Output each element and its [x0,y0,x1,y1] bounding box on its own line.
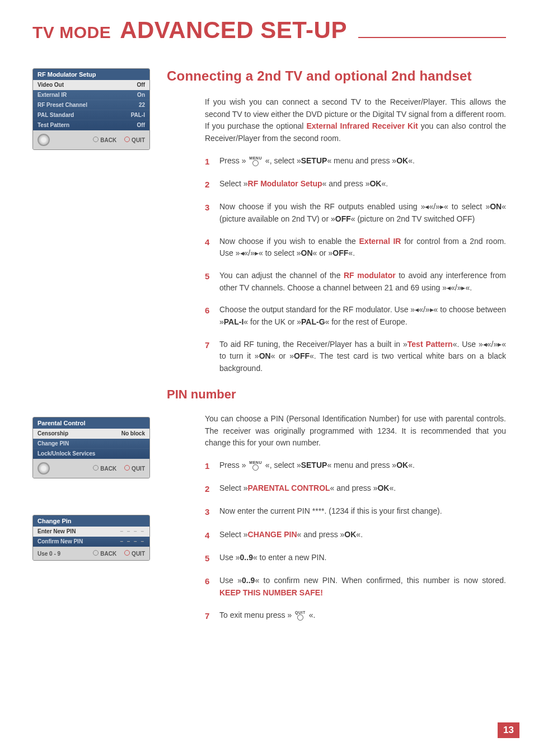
menu-button-icon: MENU [249,461,262,471]
osd-footer: BACK QUIT [33,459,149,478]
nav-disc-icon [38,462,50,475]
steps-list-2: 1Press » MENU «, select »SETUP« menu and… [205,459,506,622]
nav-disc-icon [38,134,50,146]
step: 6Choose the output standard for the RF m… [205,304,506,328]
osd-row: Lock/Unlock Services [33,449,149,459]
page-header: TV MODE ADVANCED SET-UP [32,17,506,44]
section-label: TV MODE [32,23,111,42]
step: 2Select »RF Modulator Setup« and press »… [205,178,506,191]
osd-row: Video OutOff [33,80,149,90]
osd-title: RF Modulator Setup [33,69,149,80]
osd-footer: BACK QUIT [33,130,149,149]
osd-rf-modulator: RF Modulator Setup Video OutOff External… [32,68,150,150]
quit-dot-icon [124,465,130,471]
step: 4Now choose if you wish to enable the Ex… [205,236,506,260]
menu-button-icon: MENU [249,156,262,166]
back-dot-icon [93,550,99,556]
step: 2Select »PARENTAL CONTROL« and press »OK… [205,482,506,495]
osd-row: Confirm New PIN– – – – [33,537,149,547]
osd-change-pin: Change Pin Enter New PIN– – – – Confirm … [32,515,150,561]
osd-row: Test PatternOff [33,120,149,130]
osd-parental-control: Parental Control CensorshipNo block Chan… [32,417,150,478]
osd-footer: Use 0 - 9 BACK QUIT [33,547,149,560]
osd-row: Enter New PIN– – – – [33,527,149,537]
back-dot-icon [93,137,99,142]
osd-row: CensorshipNo block [33,429,149,439]
quit-dot-icon [124,137,130,142]
steps-list-1: 1Press » MENU «, select »SETUP« menu and… [205,155,506,375]
intro-paragraph: You can choose a PIN (Personal Identific… [205,413,506,449]
step: 4Select »CHANGE PIN« and press »OK«. [205,529,506,542]
osd-row: PAL StandardPAL-I [33,110,149,120]
page-title: ADVANCED SET-UP [120,17,347,44]
step: 3Now choose if you wish the RF outputs e… [205,201,506,225]
step: 3Now enter the current PIN ****. (1234 i… [205,505,506,518]
left-column: RF Modulator Setup Video OutOff External… [32,68,150,632]
quit-dot-icon [124,550,130,556]
step: 7To exit menu press » QUIT «. [205,609,506,622]
step: 7To aid RF tuning, the Receiver/Player h… [205,339,506,375]
step: 1Press » MENU «, select »SETUP« menu and… [205,459,506,472]
back-dot-icon [93,465,99,471]
osd-title: Parental Control [33,417,149,429]
section-heading: Connecting a 2nd TV and optional 2nd han… [167,68,506,84]
right-column: Connecting a 2nd TV and optional 2nd han… [167,68,506,632]
manual-page: TV MODE ADVANCED SET-UP RF Modulator Set… [0,0,534,756]
title-rule [356,37,506,41]
step: 5Use »0..9« to enter a new PIN. [205,552,506,565]
osd-row: Change PIN [33,439,149,449]
osd-row: RF Preset Channel22 [33,100,149,110]
osd-row: External IROn [33,90,149,100]
intro-paragraph: If you wish you can connect a second TV … [205,96,506,145]
step: 1Press » MENU «, select »SETUP« menu and… [205,155,506,168]
quit-button-icon: QUIT [295,611,306,621]
section-heading: PIN number [167,387,506,402]
osd-foot-hint: Use 0 - 9 [38,551,60,557]
page-number: 13 [498,722,519,738]
step: 6Use »0..9« to confirm new PIN. When con… [205,575,506,599]
step: 5You can adjust the channel of the RF mo… [205,270,506,294]
osd-title: Change Pin [33,515,149,527]
